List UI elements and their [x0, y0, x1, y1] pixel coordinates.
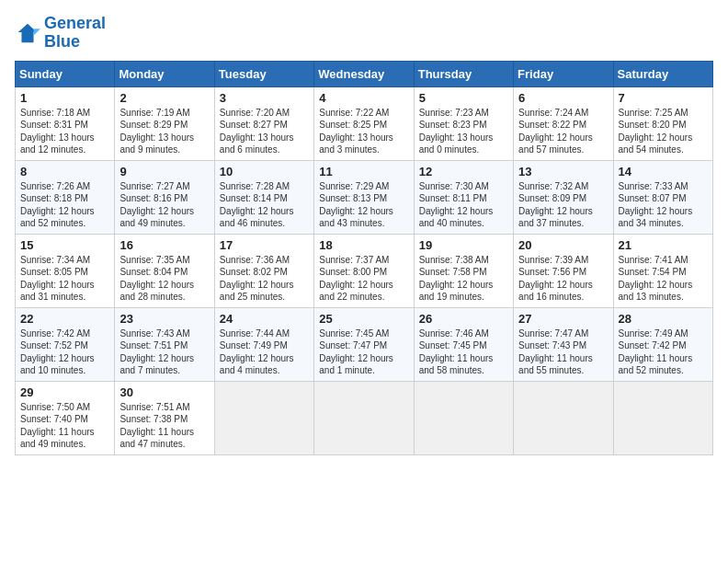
- logo-icon: [15, 20, 40, 46]
- day-number: 26: [419, 312, 508, 326]
- day-number: 4: [319, 91, 408, 105]
- day-number: 5: [419, 91, 508, 105]
- calendar-cell: 15Sunrise: 7:34 AM Sunset: 8:05 PM Dayli…: [16, 234, 115, 307]
- day-info: Sunrise: 7:37 AM Sunset: 8:00 PM Dayligh…: [319, 254, 408, 304]
- day-info: Sunrise: 7:20 AM Sunset: 8:27 PM Dayligh…: [220, 107, 309, 156]
- calendar-cell: 18Sunrise: 7:37 AM Sunset: 8:00 PM Dayli…: [314, 234, 414, 307]
- column-header-friday: Friday: [514, 61, 613, 86]
- calendar-cell: 13Sunrise: 7:32 AM Sunset: 8:09 PM Dayli…: [514, 160, 613, 234]
- calendar-cell: 29Sunrise: 7:50 AM Sunset: 7:40 PM Dayli…: [16, 381, 115, 454]
- day-number: 22: [20, 312, 109, 326]
- day-info: Sunrise: 7:43 AM Sunset: 7:51 PM Dayligh…: [119, 327, 209, 377]
- day-number: 6: [518, 91, 608, 105]
- calendar-cell: 6Sunrise: 7:24 AM Sunset: 8:22 PM Daylig…: [514, 86, 613, 160]
- day-number: 14: [619, 165, 708, 178]
- day-info: Sunrise: 7:41 AM Sunset: 7:54 PM Dayligh…: [619, 254, 708, 304]
- calendar-cell: [514, 381, 613, 454]
- calendar-cell: 4Sunrise: 7:22 AM Sunset: 8:25 PM Daylig…: [314, 86, 414, 160]
- day-number: 8: [20, 165, 109, 178]
- day-info: Sunrise: 7:33 AM Sunset: 8:07 PM Dayligh…: [619, 180, 708, 230]
- calendar-cell: 30Sunrise: 7:51 AM Sunset: 7:38 PM Dayli…: [115, 381, 214, 454]
- column-header-tuesday: Tuesday: [214, 61, 313, 86]
- svg-marker-1: [34, 29, 40, 35]
- day-number: 15: [20, 238, 109, 252]
- calendar-cell: 2Sunrise: 7:19 AM Sunset: 8:29 PM Daylig…: [115, 86, 214, 160]
- calendar-week-row: 22Sunrise: 7:42 AM Sunset: 7:52 PM Dayli…: [16, 307, 713, 381]
- column-header-monday: Monday: [115, 61, 214, 86]
- day-info: Sunrise: 7:18 AM Sunset: 8:31 PM Dayligh…: [20, 107, 109, 156]
- day-info: Sunrise: 7:32 AM Sunset: 8:09 PM Dayligh…: [518, 180, 608, 230]
- calendar-cell: 16Sunrise: 7:35 AM Sunset: 8:04 PM Dayli…: [115, 234, 214, 307]
- calendar-cell: 7Sunrise: 7:25 AM Sunset: 8:20 PM Daylig…: [613, 86, 712, 160]
- day-info: Sunrise: 7:19 AM Sunset: 8:29 PM Dayligh…: [119, 107, 209, 156]
- calendar-cell: 1Sunrise: 7:18 AM Sunset: 8:31 PM Daylig…: [16, 86, 115, 160]
- day-number: 21: [619, 238, 708, 252]
- day-number: 24: [220, 312, 309, 326]
- calendar-cell: 11Sunrise: 7:29 AM Sunset: 8:13 PM Dayli…: [314, 160, 414, 234]
- day-info: Sunrise: 7:35 AM Sunset: 8:04 PM Dayligh…: [119, 254, 209, 304]
- day-number: 2: [119, 91, 209, 105]
- day-number: 1: [20, 91, 109, 105]
- calendar-cell: [214, 381, 313, 454]
- day-info: Sunrise: 7:42 AM Sunset: 7:52 PM Dayligh…: [20, 327, 109, 377]
- calendar-cell: [314, 381, 414, 454]
- day-number: 13: [518, 165, 608, 178]
- calendar-cell: 23Sunrise: 7:43 AM Sunset: 7:51 PM Dayli…: [115, 307, 214, 381]
- day-number: 20: [518, 238, 608, 252]
- day-number: 17: [220, 238, 309, 252]
- day-number: 25: [319, 312, 408, 326]
- calendar-cell: 9Sunrise: 7:27 AM Sunset: 8:16 PM Daylig…: [115, 160, 214, 234]
- day-info: Sunrise: 7:47 AM Sunset: 7:43 PM Dayligh…: [518, 327, 608, 377]
- calendar-cell: 26Sunrise: 7:46 AM Sunset: 7:45 PM Dayli…: [414, 307, 513, 381]
- calendar-cell: [414, 381, 513, 454]
- calendar-cell: 5Sunrise: 7:23 AM Sunset: 8:23 PM Daylig…: [414, 86, 513, 160]
- day-number: 16: [119, 238, 209, 252]
- calendar-cell: 25Sunrise: 7:45 AM Sunset: 7:47 PM Dayli…: [314, 307, 414, 381]
- column-header-thursday: Thursday: [414, 61, 513, 86]
- day-info: Sunrise: 7:38 AM Sunset: 7:58 PM Dayligh…: [419, 254, 508, 304]
- calendar-cell: 20Sunrise: 7:39 AM Sunset: 7:56 PM Dayli…: [514, 234, 613, 307]
- day-info: Sunrise: 7:36 AM Sunset: 8:02 PM Dayligh…: [220, 254, 309, 304]
- column-header-saturday: Saturday: [613, 61, 712, 86]
- day-info: Sunrise: 7:26 AM Sunset: 8:18 PM Dayligh…: [20, 180, 109, 230]
- day-info: Sunrise: 7:49 AM Sunset: 7:42 PM Dayligh…: [619, 327, 708, 377]
- day-info: Sunrise: 7:23 AM Sunset: 8:23 PM Dayligh…: [419, 107, 508, 156]
- calendar-week-row: 29Sunrise: 7:50 AM Sunset: 7:40 PM Dayli…: [16, 381, 713, 454]
- day-info: Sunrise: 7:29 AM Sunset: 8:13 PM Dayligh…: [319, 180, 408, 230]
- day-info: Sunrise: 7:27 AM Sunset: 8:16 PM Dayligh…: [119, 180, 209, 230]
- day-number: 7: [619, 91, 708, 105]
- calendar-week-row: 1Sunrise: 7:18 AM Sunset: 8:31 PM Daylig…: [16, 86, 713, 160]
- day-info: Sunrise: 7:28 AM Sunset: 8:14 PM Dayligh…: [220, 180, 309, 230]
- logo: General Blue: [15, 15, 106, 52]
- day-number: 28: [619, 312, 708, 326]
- calendar-cell: 19Sunrise: 7:38 AM Sunset: 7:58 PM Dayli…: [414, 234, 513, 307]
- calendar-cell: 14Sunrise: 7:33 AM Sunset: 8:07 PM Dayli…: [613, 160, 712, 234]
- calendar-cell: 24Sunrise: 7:44 AM Sunset: 7:49 PM Dayli…: [214, 307, 313, 381]
- day-number: 19: [419, 238, 508, 252]
- day-number: 29: [20, 385, 109, 399]
- day-info: Sunrise: 7:30 AM Sunset: 8:11 PM Dayligh…: [419, 180, 508, 230]
- day-info: Sunrise: 7:50 AM Sunset: 7:40 PM Dayligh…: [20, 401, 109, 451]
- calendar-cell: 3Sunrise: 7:20 AM Sunset: 8:27 PM Daylig…: [214, 86, 313, 160]
- day-info: Sunrise: 7:34 AM Sunset: 8:05 PM Dayligh…: [20, 254, 109, 304]
- day-info: Sunrise: 7:44 AM Sunset: 7:49 PM Dayligh…: [220, 327, 309, 377]
- day-number: 27: [518, 312, 608, 326]
- logo-text: General Blue: [44, 15, 106, 52]
- calendar-header-row: SundayMondayTuesdayWednesdayThursdayFrid…: [16, 61, 713, 86]
- calendar-cell: 8Sunrise: 7:26 AM Sunset: 8:18 PM Daylig…: [16, 160, 115, 234]
- column-header-sunday: Sunday: [16, 61, 115, 86]
- calendar-cell: 12Sunrise: 7:30 AM Sunset: 8:11 PM Dayli…: [414, 160, 513, 234]
- calendar-cell: [613, 381, 712, 454]
- day-number: 10: [220, 165, 309, 178]
- calendar-week-row: 15Sunrise: 7:34 AM Sunset: 8:05 PM Dayli…: [16, 234, 713, 307]
- calendar-cell: 22Sunrise: 7:42 AM Sunset: 7:52 PM Dayli…: [16, 307, 115, 381]
- day-number: 18: [319, 238, 408, 252]
- calendar-week-row: 8Sunrise: 7:26 AM Sunset: 8:18 PM Daylig…: [16, 160, 713, 234]
- calendar-cell: 28Sunrise: 7:49 AM Sunset: 7:42 PM Dayli…: [613, 307, 712, 381]
- day-number: 11: [319, 165, 408, 178]
- calendar-cell: 27Sunrise: 7:47 AM Sunset: 7:43 PM Dayli…: [514, 307, 613, 381]
- day-number: 30: [119, 385, 209, 399]
- day-number: 3: [220, 91, 309, 105]
- page-header: General Blue: [15, 15, 713, 52]
- calendar-table: SundayMondayTuesdayWednesdayThursdayFrid…: [15, 61, 713, 455]
